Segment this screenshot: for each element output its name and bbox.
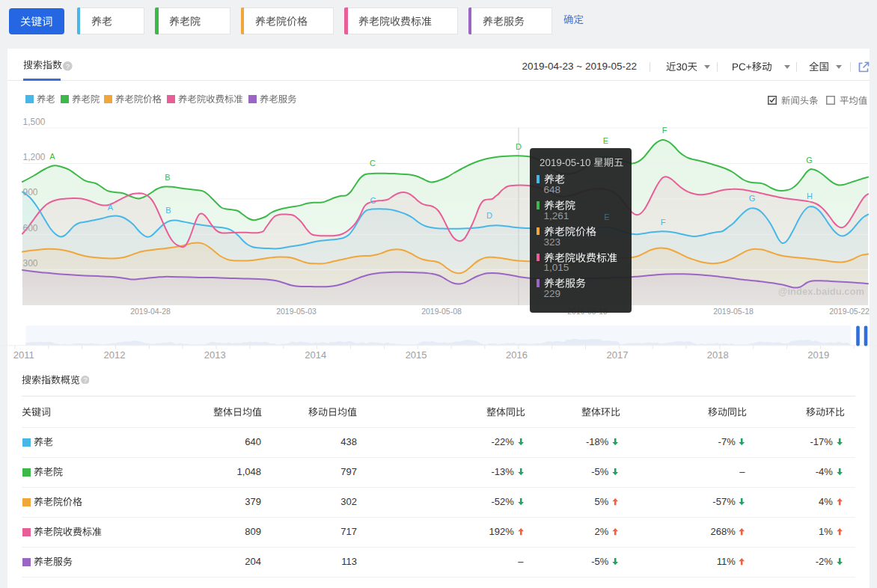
svg-text:B: B [165, 173, 170, 182]
svg-text:2019: 2019 [807, 349, 829, 361]
svg-text:?: ? [66, 62, 70, 70]
svg-text:2014: 2014 [305, 349, 326, 361]
svg-text:D: D [516, 142, 522, 151]
svg-text:2017: 2017 [606, 349, 628, 361]
svg-text:G: G [749, 194, 756, 203]
svg-text:2018: 2018 [707, 349, 729, 361]
svg-text:2013: 2013 [204, 349, 226, 361]
svg-text:?: ? [83, 376, 87, 384]
svg-text:C: C [370, 196, 376, 205]
svg-text:C: C [370, 159, 376, 168]
svg-text:H: H [807, 192, 813, 200]
svg-text:2011: 2011 [13, 349, 34, 361]
svg-text:D: D [486, 211, 492, 220]
svg-text:A: A [49, 152, 55, 161]
svg-text:2016: 2016 [506, 349, 528, 361]
svg-text:E: E [604, 212, 609, 221]
svg-text:B: B [165, 206, 171, 215]
svg-text:E: E [603, 136, 608, 145]
svg-text:F: F [662, 126, 667, 135]
svg-text:A: A [108, 203, 114, 212]
svg-text:2012: 2012 [103, 349, 125, 361]
svg-text:F: F [661, 218, 666, 227]
svg-text:G: G [806, 156, 813, 165]
svg-text:2015: 2015 [406, 349, 427, 361]
